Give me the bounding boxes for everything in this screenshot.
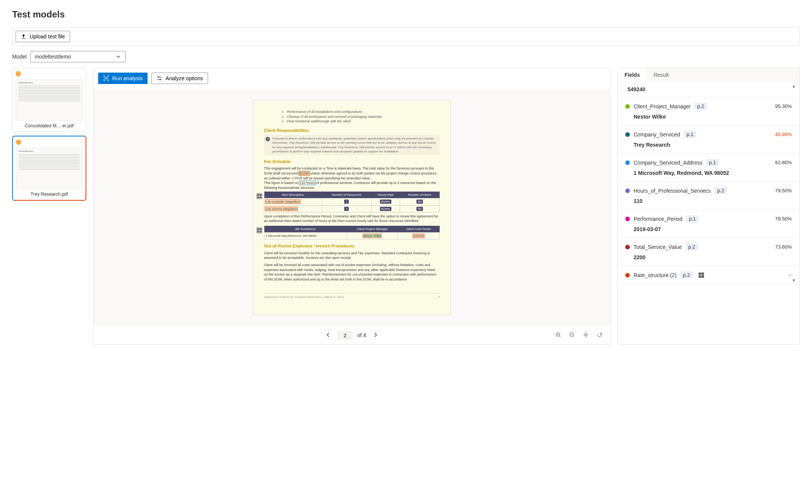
field-page-badge: p.2 bbox=[686, 243, 698, 250]
scan-icon bbox=[103, 75, 109, 81]
fit-button[interactable] bbox=[581, 330, 590, 341]
prev-page-button[interactable] bbox=[324, 330, 333, 341]
upload-label: Upload test file bbox=[30, 33, 65, 40]
field-color-dot bbox=[625, 104, 630, 109]
field-name: Total_Service_Value bbox=[634, 244, 682, 250]
table-handle-icon[interactable] bbox=[256, 193, 262, 199]
field-name: Performance_Period bbox=[634, 216, 682, 222]
doc-footer-left: Statement of Work for Contoso Electronic… bbox=[264, 295, 344, 299]
field-color-dot bbox=[625, 217, 630, 221]
highlight-hours[interactable]: 110 hours bbox=[299, 181, 315, 185]
rotate-button[interactable] bbox=[595, 330, 604, 341]
field-name: Hours_of_Professional_Serviecs bbox=[634, 188, 711, 194]
panel-tabs: Fields Result bbox=[618, 68, 799, 82]
thumbnail-label: Consolidated M… er.pdf bbox=[16, 123, 83, 128]
document-viewer: Run analysis Analyze options Performance… bbox=[93, 68, 610, 345]
field-top-value[interactable]: 549240 ▲ bbox=[618, 82, 799, 97]
scroll-up-icon[interactable]: ▲ bbox=[792, 84, 796, 88]
field-name: Company_Serviced bbox=[634, 132, 680, 138]
field-color-dot bbox=[625, 160, 630, 165]
doc-text: This engagement will be conducted on a T… bbox=[264, 166, 440, 181]
analyze-options-button[interactable]: Analyze options bbox=[151, 73, 208, 84]
svg-point-2 bbox=[585, 334, 587, 336]
field-value: 110 bbox=[634, 198, 792, 204]
page-input[interactable] bbox=[337, 331, 353, 340]
field-value: 2019-03-07 bbox=[634, 226, 792, 232]
zoom-out-button[interactable] bbox=[567, 330, 577, 341]
thumbnail-item[interactable]: Contoso Electronics Consolidated M… er.p… bbox=[12, 68, 86, 132]
doc-bullet: Performance of all installations and con… bbox=[287, 109, 440, 114]
highlight-client-pm[interactable]: Nestor Wilke bbox=[363, 234, 381, 238]
field-value: 2200 bbox=[634, 254, 792, 260]
field-row[interactable]: Client_Project_Managerp.295.30%Nestor Wi… bbox=[618, 97, 799, 125]
doc-bullet: Cleanup of all workspaces and removal of… bbox=[287, 114, 440, 119]
doc-footer-page: 2 bbox=[438, 295, 440, 299]
field-value: 1 Microsoft Way, Redmond, WA 98052 bbox=[634, 170, 792, 176]
doc-bullet: Final functional walkthrough with the cl… bbox=[287, 119, 440, 124]
table-handle-icon[interactable] bbox=[256, 227, 262, 233]
doc-text: Client will be invoiced all costs associ… bbox=[264, 263, 440, 282]
thumbnail-item[interactable]: Contoso Electronics Trey Research.pdf bbox=[12, 136, 86, 201]
doc-text: Upon completion of this Performance Peri… bbox=[264, 214, 440, 223]
info-icon: i bbox=[265, 137, 270, 141]
doc-info-box: i Pursuant to and in conformance with an… bbox=[264, 135, 440, 155]
field-page-badge: p.2 bbox=[680, 271, 693, 279]
doc-text: Client will be invoiced monthly for the … bbox=[264, 251, 440, 260]
field-confidence: 73.60% bbox=[775, 244, 792, 250]
tab-fields[interactable]: Fields bbox=[618, 68, 647, 82]
field-confidence: 82.80% bbox=[775, 160, 792, 165]
zoom-in-icon bbox=[555, 332, 561, 338]
field-row[interactable]: Hours_of_Professional_Serviecsp.279.50%1… bbox=[618, 182, 799, 210]
field-color-dot bbox=[625, 273, 630, 277]
field-color-dot bbox=[625, 245, 630, 249]
next-page-button[interactable] bbox=[371, 330, 380, 341]
page-total: of 4 bbox=[357, 332, 366, 338]
field-row-rate-structure[interactable]: Rate_structure (2) p.2 › ▼ bbox=[618, 266, 799, 284]
field-page-badge: p.1 bbox=[684, 131, 696, 138]
document-canvas[interactable]: Performance of all installations and con… bbox=[94, 89, 610, 326]
doc-text: This figure is based on 110 hours of pro… bbox=[264, 181, 440, 190]
field-page-badge: p.1 bbox=[686, 215, 698, 222]
run-analysis-button[interactable]: Run analysis bbox=[98, 73, 148, 84]
field-row[interactable]: Company_Servicedp.145.90%Trey Research bbox=[618, 125, 799, 154]
thumbnail-preview: Contoso Electronics bbox=[16, 79, 83, 121]
upload-button[interactable]: Upload test file bbox=[16, 31, 70, 42]
doc-heading: Client Responsibilities bbox=[264, 128, 440, 133]
field-row[interactable]: Performance_Periodp.179.50%2019-03-07 bbox=[618, 210, 799, 238]
doc-text: Pursuant to and in conformance with any … bbox=[272, 136, 438, 154]
document-page: Performance of all installations and con… bbox=[253, 100, 451, 315]
tab-result[interactable]: Result bbox=[647, 68, 675, 82]
model-selected-value: modeltestdemo bbox=[35, 54, 71, 60]
rate-table: Item Description Number of Resources Hou… bbox=[264, 192, 440, 212]
analyze-options-label: Analyze options bbox=[165, 75, 203, 81]
status-dot-icon bbox=[16, 71, 21, 76]
chevron-down-icon bbox=[115, 54, 121, 60]
highlight-cost-center[interactable]: 549240 bbox=[413, 234, 424, 238]
thumbnail-list: Contoso Electronics Consolidated M… er.p… bbox=[12, 68, 86, 345]
chevron-down-icon: › bbox=[788, 274, 794, 276]
viewer-toolbar: Run analysis Analyze options bbox=[94, 68, 610, 89]
upload-bar: Upload test file bbox=[12, 27, 800, 46]
run-analysis-label: Run analysis bbox=[112, 75, 143, 81]
field-row[interactable]: Company_Serviced_Addressp.182.80%1 Micro… bbox=[618, 154, 799, 182]
doc-heading: Fee Schedule bbox=[264, 159, 440, 165]
field-confidence: 95.30% bbox=[775, 103, 792, 109]
field-name: Company_Serviced_Address bbox=[634, 160, 702, 166]
zoom-in-button[interactable] bbox=[554, 330, 563, 341]
highlight-total-value[interactable]: $2200 bbox=[299, 171, 309, 175]
bill-table: Bill To/Address Client Project Manager C… bbox=[264, 226, 440, 239]
field-row[interactable]: Total_Service_Valuep.273.60%2200 bbox=[618, 238, 799, 266]
fit-icon bbox=[583, 332, 589, 338]
rotate-icon bbox=[596, 332, 602, 338]
scroll-down-icon[interactable]: ▼ bbox=[792, 278, 796, 282]
page-title: Test models bbox=[12, 9, 800, 20]
field-value: Trey Research bbox=[634, 142, 792, 148]
table-icon bbox=[699, 273, 704, 278]
field-confidence: 79.50% bbox=[775, 216, 792, 222]
model-select[interactable]: modeltestdemo bbox=[30, 51, 126, 62]
thumbnail-label: Trey Research.pdf bbox=[16, 192, 83, 197]
field-page-badge: p.2 bbox=[715, 187, 727, 194]
field-confidence: 79.50% bbox=[775, 188, 792, 193]
sliders-icon bbox=[156, 75, 162, 81]
viewer-pagination: of 4 bbox=[94, 326, 610, 344]
